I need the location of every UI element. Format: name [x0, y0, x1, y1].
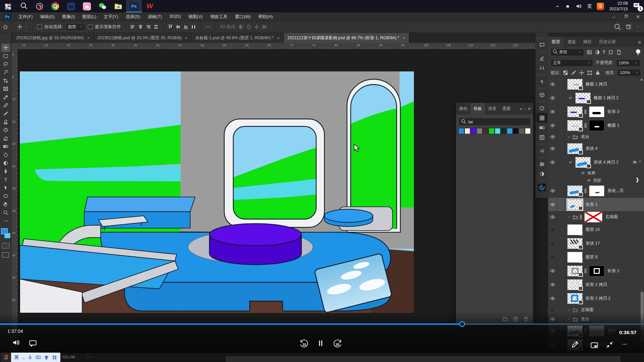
- search-icon[interactable]: [614, 23, 621, 31]
- layer-thumbnail[interactable]: [567, 293, 583, 304]
- panel-tab-通道[interactable]: 通道: [564, 37, 580, 47]
- layer-name[interactable]: 椭圆 1: [607, 123, 619, 128]
- panel-tab-历史记录[interactable]: 历史记录: [595, 37, 620, 47]
- layer-thumbnail[interactable]: [567, 79, 583, 90]
- panel-group-grip[interactable]: [539, 88, 545, 88]
- patterns-panel-icon[interactable]: [537, 132, 547, 142]
- layer-visibility-toggle[interactable]: [548, 292, 557, 305]
- layer-row[interactable]: 椭圆 1 拷贝 2: [548, 91, 644, 105]
- align-left-icon[interactable]: [130, 24, 136, 29]
- menu-item[interactable]: 滤镜(T): [144, 14, 166, 20]
- video-progress-handle[interactable]: [459, 321, 465, 327]
- layer-name[interactable]: 底台: [581, 316, 589, 322]
- marquee-tool[interactable]: [1, 52, 10, 60]
- move-tool-icon[interactable]: [17, 24, 22, 29]
- color-swatch[interactable]: [525, 128, 531, 134]
- tray-expand-icon[interactable]: [555, 4, 560, 9]
- filter-smart-icon[interactable]: [616, 50, 622, 55]
- layer-group-row[interactable]: 底台: [548, 315, 644, 324]
- layer-name[interactable]: 形状 4 拷贝 2: [594, 160, 619, 165]
- video-progress-bar[interactable]: [0, 323, 644, 325]
- minimize-button[interactable]: –: [608, 14, 620, 19]
- quick-mask-button[interactable]: [2, 243, 9, 248]
- workspace-icon[interactable]: [626, 24, 631, 29]
- layer-name[interactable]: 矩形 2 拷贝 2: [586, 296, 610, 301]
- layer-row[interactable]: 矩形 3: [548, 105, 644, 119]
- layer-mask-thumbnail[interactable]: [589, 325, 604, 337]
- layer-visibility-toggle[interactable]: [548, 250, 557, 264]
- layer-group-row[interactable]: 左墙面: [548, 305, 644, 315]
- layer-name[interactable]: 矩形 3: [607, 109, 619, 115]
- layer-name[interactable]: 形状 17: [586, 241, 600, 246]
- scroll-down-arrow[interactable]: [640, 347, 643, 349]
- status-chevrons[interactable]: ›‹: [87, 355, 94, 359]
- document-artboard[interactable]: [20, 71, 414, 313]
- dots-tool[interactable]: [1, 217, 10, 225]
- layer-name[interactable]: 矩形 1: [586, 202, 597, 207]
- layer-name[interactable]: 底台: [581, 134, 589, 140]
- taskbar-app-cat[interactable]: [63, 0, 79, 12]
- color-swatch[interactable]: [519, 128, 525, 134]
- menu-item[interactable]: 帮助(H): [254, 14, 276, 20]
- restore-button[interactable]: [620, 14, 632, 19]
- align-right-icon[interactable]: [146, 24, 151, 29]
- layer-name[interactable]: 图层 9: [586, 254, 597, 260]
- menu-item[interactable]: 图层(L): [78, 14, 100, 20]
- ime-keyboard-icon[interactable]: [36, 355, 41, 360]
- wand-tool[interactable]: [1, 68, 10, 77]
- eraser-tool[interactable]: [1, 134, 10, 143]
- layer-row[interactable]: 矩形 2 拷贝 2: [548, 292, 644, 305]
- document-tab[interactable]: 2021122第十四课随课案例.psd @ 66.7% (矩形 1, RGB/8…: [284, 33, 409, 43]
- taskbar-app-obs[interactable]: [32, 0, 47, 12]
- layer-visibility-toggle[interactable]: [548, 105, 557, 118]
- color-swatch[interactable]: [459, 128, 464, 134]
- layer-group-row[interactable]: 右墙面: [548, 212, 644, 223]
- history-tool[interactable]: [1, 126, 10, 134]
- lock-position-icon[interactable]: [579, 70, 584, 75]
- notification-icon[interactable]: 1: [633, 2, 640, 10]
- tab-close-icon[interactable]: ×: [87, 36, 90, 41]
- more-options-icon[interactable]: [205, 24, 211, 29]
- align-center-icon[interactable]: [138, 24, 143, 29]
- layer-visibility-toggle[interactable]: [548, 315, 557, 324]
- workspace-chevron-icon[interactable]: [636, 25, 639, 28]
- distribute-horizontal-icon[interactable]: [153, 24, 159, 29]
- plugin-panel-icon[interactable]: [537, 182, 547, 192]
- layer-row[interactable]: 形状 17: [548, 237, 644, 250]
- layer-row[interactable]: 矩形 2: [548, 264, 644, 278]
- layer-mask-thumbnail[interactable]: [589, 106, 604, 117]
- layer-visibility-toggle[interactable]: [548, 184, 557, 197]
- menu-item[interactable]: 增效工具: [206, 14, 231, 20]
- ime-toolbox-icon[interactable]: [52, 355, 57, 360]
- panel-menu-icon[interactable]: ≡: [528, 106, 531, 111]
- hand-tool[interactable]: [1, 200, 10, 208]
- brush-settings-panel-icon[interactable]: [537, 53, 547, 63]
- panel-group-grip[interactable]: [539, 38, 545, 39]
- eyedropper-tool[interactable]: [1, 93, 10, 102]
- lock-artboard-icon[interactable]: [587, 70, 592, 75]
- menu-item[interactable]: 文件(F): [15, 14, 37, 20]
- lock-all-icon[interactable]: [595, 70, 600, 75]
- video-forward-button[interactable]: 30: [333, 339, 342, 348]
- panel-group-grip[interactable]: [539, 51, 545, 52]
- taskbar-app-wechat[interactable]: [95, 0, 110, 12]
- tool-preset-chevron-icon[interactable]: [25, 25, 28, 28]
- layer-row[interactable]: 形状 4 拷贝 2fx^: [548, 156, 644, 169]
- layer-visibility-toggle[interactable]: [548, 278, 557, 291]
- layer-thumbnail[interactable]: [567, 120, 583, 131]
- pen-tool[interactable]: [1, 167, 10, 176]
- ellipse-tool[interactable]: [1, 192, 10, 200]
- menu-item[interactable]: 窗口(W): [231, 14, 254, 20]
- taskbar-app-search-icon[interactable]: [16, 0, 32, 12]
- effect-eye-icon[interactable]: [587, 178, 591, 182]
- input-language[interactable]: 英: [587, 3, 592, 9]
- layer-visibility-toggle[interactable]: [548, 324, 557, 338]
- layer-visibility-toggle[interactable]: [548, 142, 557, 155]
- layer-thumbnail[interactable]: [567, 143, 583, 154]
- character-panel-icon[interactable]: A: [537, 146, 547, 156]
- layer-name[interactable]: 椭圆 1 拷贝: [586, 81, 607, 87]
- color-panel-icon[interactable]: [537, 103, 547, 113]
- distribute-vertical-icon[interactable]: [191, 24, 196, 29]
- lock-transparent-icon[interactable]: [563, 70, 568, 75]
- layer-thumbnail[interactable]: [567, 252, 583, 263]
